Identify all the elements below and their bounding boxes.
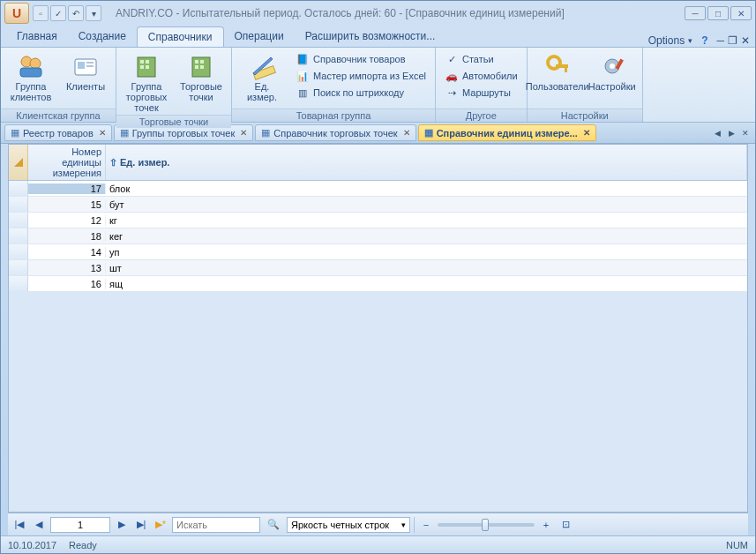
app-logo[interactable]: U [4,3,29,24]
ribbon-routes[interactable]: ⇢Маршруты [441,85,521,101]
nav-new-icon[interactable]: ▶* [153,517,168,533]
zoom-slider[interactable] [438,523,535,527]
row-indicator-header[interactable] [9,145,28,180]
qat-new-icon[interactable]: ▫ [33,5,49,21]
ribbon-goods-catalog[interactable]: 📘Справочник товаров [292,51,430,67]
document-tabs: ▦Реестр товаров✕▦Группы торговых точек✕▦… [1,123,755,144]
ribbon-cars[interactable]: 🚗Автомобили [441,68,521,84]
nav-next-icon[interactable]: ▶ [114,517,130,533]
articles-icon: ✓ [445,52,459,66]
svg-rect-20 [556,64,568,68]
ribbon-small-label: Поиск по штрихкоду [313,87,404,98]
cell-number: 18 [28,231,106,242]
cell-number: 17 [28,183,106,194]
ribbon-group-trade-points[interactable]: Группаторговых точек [122,49,171,115]
nav-page-input[interactable] [50,517,110,533]
cell-name: бут [106,199,747,210]
ribbon-tabs: ГлавнаяСозданиеСправочникиОперацииРасшир… [1,26,755,47]
ribbon-small-label: Статьи [462,54,494,64]
doc-tab-icon: ▦ [424,127,433,138]
table-row[interactable]: 17блок [9,181,747,197]
table-row[interactable]: 13шт [9,260,747,276]
doc-tab-label: Справочник единиц измере... [437,128,578,138]
ribbon-clients[interactable]: Клиенты [61,49,110,94]
options-dropdown-icon[interactable]: ▾ [688,36,692,45]
row-indicator [9,260,28,275]
menu-tab-4[interactable]: Расширить возможности... [295,26,446,47]
doc-tab-close-icon[interactable]: ✕ [99,128,106,138]
zoom-out-icon[interactable]: − [418,517,434,533]
ribbon-small-label: Автомобили [462,71,518,81]
ribbon-barcode-search[interactable]: ▥Поиск по штрихкоду [292,85,430,101]
svg-rect-2 [20,68,41,77]
tab-scroll-left-icon[interactable]: ◀ [711,127,723,139]
nav-first-icon[interactable]: |◀ [11,517,27,533]
barcode-search-icon: ▥ [296,86,310,100]
doc-tab-close-icon[interactable]: ✕ [240,128,247,138]
table-row[interactable]: 12кг [9,213,747,228]
doc-tab-3[interactable]: ▦Справочник единиц измере...✕ [418,124,596,141]
ribbon-group-clients[interactable]: Группаклиентов [6,49,56,104]
svg-rect-21 [565,68,567,72]
ribbon-group: Ед.измер.📘Справочник товаров📊Мастер импо… [232,48,436,122]
ribbon-trade-points[interactable]: Торговыеточки [176,49,226,104]
svg-rect-15 [195,65,198,69]
menu-tab-3[interactable]: Операции [224,26,295,47]
table-row[interactable]: 18кег [9,228,747,244]
routes-icon: ⇢ [445,86,459,100]
zoom-fit-icon[interactable]: ⊡ [558,517,573,533]
qat-dropdown-icon[interactable]: ▾ [86,5,101,21]
nav-find-icon[interactable]: 🔍 [264,517,283,533]
ribbon-group: ГруппаклиентовКлиентыКлиентская группа [1,48,116,122]
mdi-close-icon[interactable]: ✕ [741,34,750,47]
qat-undo-icon[interactable]: ↶ [68,5,84,21]
close-button[interactable]: ✕ [730,6,752,20]
titlebar: U ▫ ✓ ↶ ▾ ANDRIY.CO - Испытательный пери… [1,1,755,26]
doc-tab-0[interactable]: ▦Реестр товаров✕ [4,124,112,141]
qat-check-icon[interactable]: ✓ [50,5,66,21]
ribbon-settings[interactable]: Настройки [588,49,637,94]
ribbon-articles[interactable]: ✓Статьи [441,51,521,67]
clients-icon [71,51,101,81]
tab-scroll-right-icon[interactable]: ▶ [725,127,737,139]
nav-search-input[interactable] [172,517,260,533]
mdi-restore-icon[interactable]: ❐ [728,34,737,47]
grid-body[interactable]: 17блок15бут12кг18кег14уп13шт16ящ [9,181,747,512]
zoom-in-icon[interactable]: + [538,517,554,533]
table-row[interactable]: 14уп [9,244,747,260]
ribbon-label: Группаторговых точек [124,81,169,113]
column-header-name[interactable]: ⇧ Ед. измер. [106,145,747,180]
menu-tab-0[interactable]: Главная [6,26,68,47]
help-icon[interactable]: ? [701,34,707,47]
options-link[interactable]: Options [648,34,685,47]
settings-icon [597,51,627,81]
ribbon-users[interactable]: Пользователи [533,49,582,94]
ribbon-group-label: Товарная группа [232,109,435,122]
menu-tab-2[interactable]: Справочники [137,26,224,47]
sort-asc-icon: ⇧ [109,157,117,168]
row-indicator [9,228,28,243]
menu-tab-1[interactable]: Создание [68,26,137,47]
goods-catalog-icon: 📘 [296,52,310,66]
column-header-number[interactable]: Номер единицы измерения [28,145,106,180]
table-row[interactable]: 16ящ [9,276,747,292]
doc-tab-2[interactable]: ▦Справочник торговых точек✕ [255,124,415,141]
nav-prev-icon[interactable]: ◀ [31,517,47,533]
table-row[interactable]: 15бут [9,197,747,213]
row-indicator [9,244,28,259]
doc-tab-close-icon[interactable]: ✕ [403,128,410,138]
ribbon: ГруппаклиентовКлиентыКлиентская группаГр… [1,47,755,123]
tab-close-icon[interactable]: ✕ [739,127,752,139]
doc-tab-label: Справочник торговых точек [273,128,397,138]
minimize-button[interactable]: ─ [685,6,706,20]
nav-brightness-combo[interactable]: Яркость четных строк▾ [287,517,410,533]
svg-rect-14 [200,60,204,64]
ribbon-unit-measure[interactable]: Ед.измер. [237,49,287,104]
doc-tab-close-icon[interactable]: ✕ [583,128,590,138]
nav-last-icon[interactable]: ▶| [133,517,149,533]
maximize-button[interactable]: □ [707,6,729,20]
svg-marker-25 [14,158,23,167]
mdi-minimize-icon[interactable]: ─ [716,34,724,47]
ribbon-import-wizard[interactable]: 📊Мастер импорта из Excel [292,68,430,84]
trade-points-icon [186,51,216,81]
